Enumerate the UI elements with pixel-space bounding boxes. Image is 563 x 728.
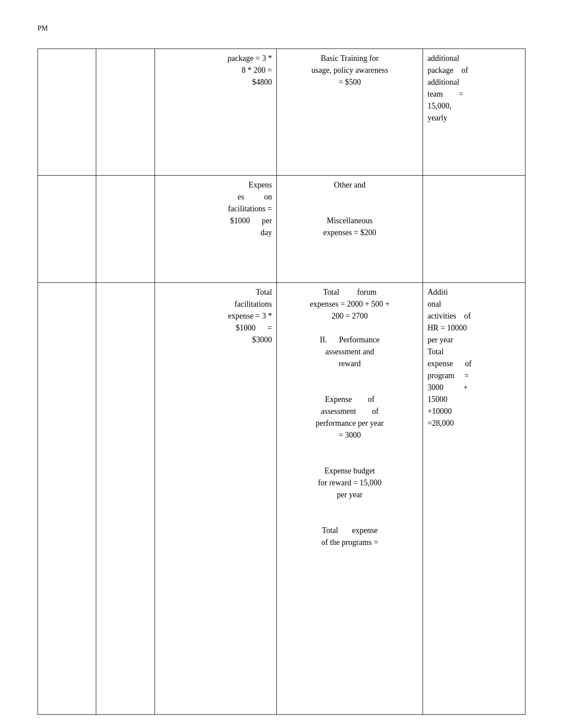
- text-assess-and: assessment and: [325, 347, 374, 356]
- text-onal: onal: [427, 300, 441, 308]
- cell-r3-c4: Total forum expenses = 2000 + 500 + 200 …: [276, 283, 423, 715]
- text-3000-plus: 3000 +: [427, 383, 468, 392]
- text-yearly: yearly: [427, 113, 447, 122]
- text-15000-2: 15000: [427, 395, 447, 404]
- text-additional2: additional: [427, 78, 459, 86]
- text-total2: Total: [427, 347, 444, 356]
- text-200-2700: 200 = 2700: [332, 311, 368, 320]
- main-table-container: package = 3 * 8 * 200 = $4800 Basic Trai…: [38, 49, 525, 715]
- text-team: team =: [427, 90, 463, 98]
- cell-r1-c3: package = 3 * 8 * 200 = $4800: [155, 49, 276, 176]
- page-label: PM: [38, 24, 48, 32]
- cell-r2-c4: Other and Miscellaneous expenses = $200: [276, 175, 423, 282]
- text-plus-10000: +10000: [427, 407, 452, 416]
- text-eq-3000: = 3000: [339, 431, 361, 439]
- cell-r1-c4: Basic Training for usage, policy awarene…: [276, 49, 423, 176]
- text-hr-10000: HR = 10000: [427, 323, 467, 332]
- text-activities-of: activities of: [427, 311, 471, 320]
- text-exp-2700: expenses = 2000 + 500 +: [310, 300, 390, 308]
- text-eq-28000: =28,000: [427, 419, 454, 428]
- text-per-year2: per year: [427, 335, 453, 344]
- cell-r3-c1: [38, 283, 96, 715]
- content-table: package = 3 * 8 * 200 = $4800 Basic Trai…: [38, 49, 525, 715]
- cell-r3-c5: Additi onal activities of HR = 10000 per…: [423, 283, 525, 715]
- text-exp-budget: Expense budget: [325, 466, 375, 475]
- text-per-year: per year: [337, 490, 363, 499]
- text-exp3: expense = 3 *: [228, 311, 272, 320]
- cell-r2-c1: [38, 175, 96, 282]
- cell-r1-c1: [38, 49, 96, 176]
- text-pkg-of: package of: [427, 66, 468, 75]
- text-misc: Miscellaneous: [327, 216, 373, 225]
- text-training: Basic Training for: [321, 54, 379, 63]
- text-package: package = 3 *: [227, 54, 272, 63]
- table-row: Total facilitations expense = 3 * $1000 …: [38, 283, 525, 715]
- table-row: Expens es on facilitations = $1000 per d…: [38, 175, 525, 282]
- text-usage: usage, policy awareness: [311, 66, 388, 75]
- text-200: expenses = $200: [323, 228, 376, 237]
- text-total1: $4800: [252, 78, 272, 86]
- cell-r1-c2: [96, 49, 155, 176]
- text-facilitations: facilitations: [234, 300, 272, 308]
- text-total-fac: Total: [256, 288, 272, 296]
- text-of-programs: of the programs =: [321, 538, 378, 547]
- cell-r2-c2: [96, 175, 155, 282]
- text-expens: Expens: [249, 180, 272, 189]
- text-total-forum: Total forum: [323, 288, 376, 296]
- table-row: package = 3 * 8 * 200 = $4800 Basic Trai…: [38, 49, 525, 176]
- text-15000: 15,000,: [427, 101, 451, 110]
- cell-r1-c5: additional package of additional team = …: [423, 49, 525, 176]
- text-program-eq: program =: [427, 371, 469, 380]
- text-1000-per: $1000 per: [230, 216, 272, 225]
- text-day: day: [261, 228, 272, 237]
- cell-r3-c3: Total facilitations expense = 3 * $1000 …: [155, 283, 276, 715]
- text-additional1: additional: [427, 54, 459, 63]
- cell-r2-c3: Expens es on facilitations = $1000 per d…: [155, 175, 276, 282]
- text-reward-15000: for reward = 15,000: [318, 478, 382, 487]
- text-perf-year: performance per year: [316, 419, 384, 428]
- text-reward: reward: [339, 359, 361, 368]
- text-expense-of: Expense of: [325, 395, 374, 404]
- text-assess-of: assessment of: [321, 407, 379, 416]
- cell-r2-c5: [423, 175, 525, 282]
- text-es-on: es on: [238, 192, 272, 201]
- text-expense-of2: expense of: [427, 359, 472, 368]
- text-calc: 8 * 200 =: [242, 66, 272, 75]
- text-facil-eq: facilitations =: [228, 204, 272, 213]
- text-additi: Additi: [427, 288, 448, 296]
- text-1000eq: $1000 =: [236, 323, 272, 332]
- text-500: = $500: [339, 78, 361, 86]
- text-other-and: Other and: [334, 180, 365, 189]
- text-total-exp: Total expense: [322, 526, 378, 535]
- text-3000: $3000: [252, 335, 272, 344]
- text-ii-perf: II. Performance: [320, 335, 379, 344]
- cell-r3-c2: [96, 283, 155, 715]
